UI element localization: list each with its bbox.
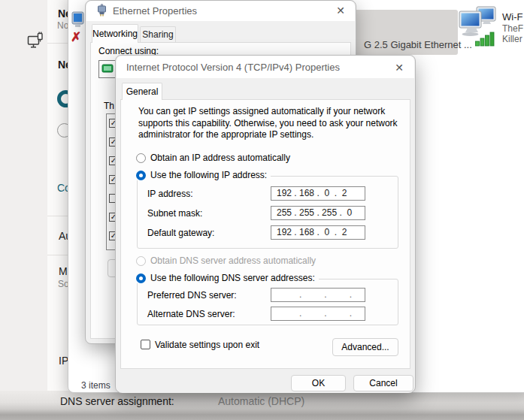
ipv4-dialog-titlebar: Internet Protocol Version 4 (TCP/IPv4) P… [117, 56, 414, 78]
validate-checkbox-label: Validate settings upon exit [155, 340, 259, 350]
alternate-dns-label: Alternate DNS server: [147, 309, 235, 319]
radio-obtain-dns: Obtain DNS server address automatically [136, 255, 320, 266]
wifi-tile-subtitle2: Killer [502, 34, 522, 44]
connection-items-label-fragment: Th [104, 101, 114, 111]
dns-assignment-value: Automatic (DHCP) [218, 395, 304, 407]
wifi-tile-subtitle: TheF [502, 23, 523, 34]
preferred-dns-label: Preferred DNS server: [147, 290, 237, 301]
radio-selected-icon[interactable] [136, 171, 146, 180]
ipv4-dialog-title: Internet Protocol Version 4 (TCP/IPv4) P… [126, 62, 340, 73]
ethernet-adapter-tile-label[interactable]: G 2.5 Gigabit Ethernet ... [364, 39, 472, 50]
nic-icon [101, 63, 114, 77]
cancel-button[interactable]: Cancel [353, 375, 413, 391]
radio-circle-icon[interactable] [136, 153, 146, 163]
default-gateway-input[interactable]: 192 . 168 . 0 . 2 [271, 225, 365, 240]
signal-bars-icon [475, 29, 496, 50]
screen: Ne No Ne Co Au M So IP DNS server assign… [0, 0, 524, 420]
subnet-mask-input[interactable]: 255 . 255 . 255 . 0 [271, 206, 365, 220]
radio-use-dns-label: Use the following DNS server addresses: [150, 273, 315, 283]
dialog-footer: OK Cancel [117, 369, 414, 393]
radio-obtain-ip[interactable]: Obtain an IP address automatically [136, 153, 294, 163]
radio-obtain-dns-label: Obtain DNS server address automatically [150, 255, 316, 266]
radio-use-ip-label: Use the following IP address: [150, 170, 267, 180]
settings-side-rail [0, 0, 47, 420]
radio-disabled-icon [136, 256, 146, 266]
advanced-button[interactable]: Advanced... [332, 338, 398, 356]
alternate-dns-input[interactable]: . . . [271, 307, 365, 321]
ip-settings-intro-text: You can get IP settings assigned automat… [138, 106, 404, 141]
dns-assignment-label: DNS server assignment: [60, 395, 174, 407]
ipv4-properties-dialog: Internet Protocol Version 4 (TCP/IPv4) P… [115, 55, 416, 393]
preferred-dns-input[interactable]: . . . [271, 288, 365, 302]
ethernet-plug-icon [96, 4, 108, 20]
radio-use-dns[interactable]: Use the following DNS server addresses: [136, 273, 319, 283]
settings-row-fragment: M [59, 265, 68, 277]
ethernet-dialog-titlebar: Ethernet Properties ✕ [86, 1, 355, 21]
tab-networking[interactable]: Networking [92, 24, 138, 43]
tab-general[interactable]: General [122, 83, 162, 100]
default-gateway-label: Default gateway: [147, 228, 214, 238]
ip-address-label: IP address: [147, 189, 192, 199]
radio-use-ip[interactable]: Use the following IP address: [136, 170, 271, 180]
ok-button[interactable]: OK [291, 375, 346, 391]
status-bar-items-count: 3 items [81, 380, 111, 391]
subnet-mask-label: Subnet mask: [147, 208, 202, 219]
close-icon[interactable]: ✕ [395, 62, 404, 74]
tab-sharing[interactable]: Sharing [140, 26, 176, 42]
ethernet-adapter-icon [27, 32, 44, 55]
radio-obtain-ip-label: Obtain an IP address automatically [150, 153, 290, 163]
settings-bottom-row: DNS server assignment: Automatic (DHCP) [0, 391, 524, 420]
adapter-disabled-x-icon: ✗ [71, 29, 81, 45]
validate-checkbox[interactable] [141, 340, 150, 349]
wifi-tile-title[interactable]: Wi-F [502, 11, 522, 23]
close-icon[interactable]: ✕ [336, 5, 345, 17]
ethernet-dialog-title: Ethernet Properties [113, 5, 197, 17]
ip-address-input[interactable]: 192 . 168 . 0 . 2 [271, 186, 365, 201]
radio-selected-icon[interactable] [136, 273, 146, 283]
